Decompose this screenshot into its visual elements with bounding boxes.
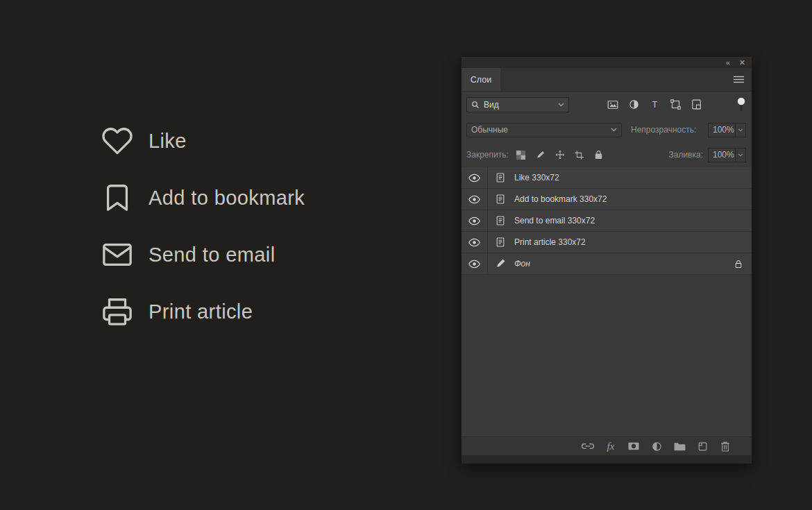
lock-position-icon[interactable] [555, 149, 566, 160]
layer-name[interactable]: Фон [514, 259, 530, 269]
filter-shape-layer-icon[interactable] [668, 98, 682, 112]
artboard-item-bookmark: Add to bookmark [100, 169, 305, 226]
artboard-label: Send to email [149, 244, 276, 266]
smart-object-thumbnail-icon[interactable] [488, 237, 513, 248]
layer-filter-row: Вид T [462, 92, 752, 117]
fill-input[interactable]: 100% [708, 148, 736, 162]
tab-layers[interactable]: Слои [462, 68, 500, 91]
artboard-item-email: Send to email [100, 226, 305, 283]
brush-thumbnail-icon[interactable] [488, 258, 513, 269]
opacity-label: Непрозрачность: [631, 125, 696, 135]
panel-titlebar: « ✕ [462, 57, 752, 68]
lock-artboard-icon[interactable] [574, 149, 585, 160]
adjustment-layer-icon[interactable] [650, 439, 663, 453]
visibility-eye-icon[interactable] [462, 253, 488, 274]
lock-label: Закрепить: [466, 150, 509, 160]
layer-name[interactable]: Like 330x72 [514, 173, 559, 182]
blend-mode-value: Обычные [471, 125, 508, 135]
filter-kind-icons: T [606, 98, 703, 112]
printer-icon [100, 294, 135, 329]
panel-tabbar: Слои [462, 68, 752, 92]
tabbar-spacer [500, 68, 725, 91]
artboard-item-print: Print article [100, 283, 305, 340]
lock-all-icon[interactable] [593, 149, 604, 160]
opacity-input[interactable]: 100% [708, 123, 736, 137]
new-group-folder-icon[interactable] [673, 439, 686, 453]
layers-panel: « ✕ Слои Вид [462, 57, 752, 464]
lock-row: Закрепить: Заливка: [462, 142, 752, 167]
filtering-toggle[interactable] [737, 96, 745, 114]
fill-control: 100% [708, 148, 746, 162]
layer-row[interactable]: Print article 330x72 [462, 232, 752, 253]
visibility-eye-icon[interactable] [462, 167, 488, 188]
layer-name[interactable]: Print article 330x72 [514, 237, 586, 247]
opacity-dropdown-icon[interactable] [736, 123, 746, 137]
layer-list: Like 330x72 Add to bookmark 330x72 Sen [462, 167, 752, 275]
panel-resize-edge[interactable] [462, 455, 752, 464]
mail-icon [100, 237, 135, 272]
fill-dropdown-icon[interactable] [736, 148, 746, 162]
fill-label: Заливка: [668, 150, 703, 160]
layer-style-fx-icon[interactable]: fx [604, 439, 618, 453]
layer-row-background[interactable]: Фон [462, 253, 752, 275]
lock-buttons [516, 149, 604, 160]
visibility-eye-icon[interactable] [462, 189, 488, 210]
bookmark-icon [100, 180, 135, 215]
layer-lock-icon[interactable] [734, 260, 743, 269]
artboard: Like Add to bookmark Send to email Print… [100, 112, 305, 340]
artboard-item-like: Like [100, 112, 305, 169]
visibility-eye-icon[interactable] [462, 232, 488, 253]
filter-type-value: Вид [484, 100, 554, 110]
opacity-control: 100% [708, 123, 746, 137]
artboard-label: Print article [149, 300, 253, 323]
artboard-label: Add to bookmark [149, 187, 305, 210]
search-icon [471, 101, 480, 109]
filter-smart-object-icon[interactable] [689, 98, 703, 112]
lock-pixels-icon[interactable] [535, 149, 546, 160]
layers-footer-toolbar: fx [462, 436, 752, 455]
layer-row[interactable]: Like 330x72 [462, 167, 752, 189]
blend-mode-row: Обычные Непрозрачность: 100% [462, 117, 752, 142]
layer-row[interactable]: Send to email 330x72 [462, 210, 752, 232]
delete-layer-trash-icon[interactable] [718, 439, 732, 453]
smart-object-thumbnail-icon[interactable] [488, 172, 513, 183]
filter-pixel-layer-icon[interactable] [606, 98, 620, 112]
chevron-down-icon [558, 103, 564, 107]
blend-mode-select[interactable]: Обычные [466, 123, 622, 137]
panel-menu-icon[interactable] [725, 68, 752, 91]
new-layer-icon[interactable] [695, 439, 709, 453]
filter-type-select[interactable]: Вид [466, 97, 569, 112]
lock-transparency-icon[interactable] [516, 149, 527, 160]
artboard-label: Like [149, 130, 187, 153]
visibility-eye-icon[interactable] [462, 210, 488, 231]
chevron-down-icon [611, 128, 617, 132]
filter-adjustment-layer-icon[interactable] [627, 98, 641, 112]
photoshop-workspace: Like Add to bookmark Send to email Print… [0, 0, 812, 510]
smart-object-thumbnail-icon[interactable] [488, 215, 513, 226]
link-layers-icon[interactable] [581, 439, 595, 453]
layer-list-empty-area [462, 275, 752, 436]
layer-row[interactable]: Add to bookmark 330x72 [462, 189, 752, 210]
add-layer-mask-icon[interactable] [627, 439, 641, 453]
layer-name[interactable]: Add to bookmark 330x72 [514, 194, 607, 204]
close-panel-icon[interactable]: ✕ [739, 59, 745, 67]
collapse-panel-icon[interactable]: « [726, 59, 730, 67]
layer-name[interactable]: Send to email 330x72 [514, 216, 595, 226]
svg-text:T: T [652, 100, 657, 110]
filter-type-layer-icon[interactable]: T [648, 98, 661, 112]
smart-object-thumbnail-icon[interactable] [488, 194, 513, 205]
heart-icon [100, 124, 135, 158]
